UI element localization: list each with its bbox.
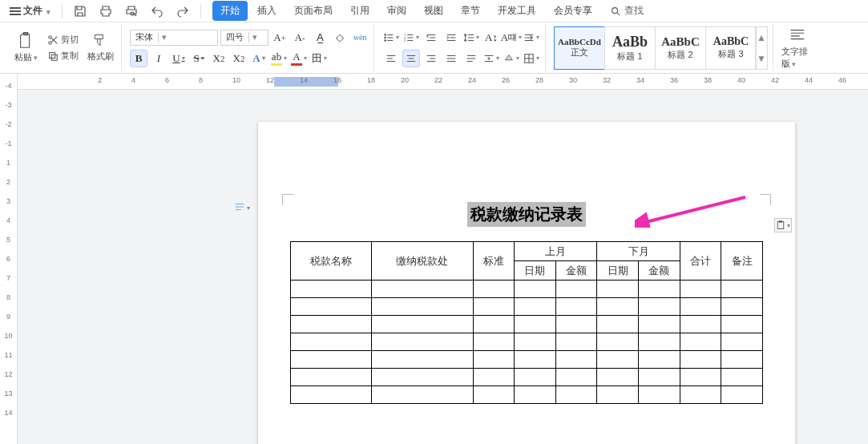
table-cell[interactable]: [597, 333, 639, 351]
table-cell[interactable]: [473, 386, 515, 404]
redo-button[interactable]: [172, 2, 194, 20]
table-cell[interactable]: [291, 281, 372, 298]
strike-button[interactable]: S: [190, 50, 208, 67]
change-case-button[interactable]: A̲: [311, 29, 329, 46]
text-effects-button[interactable]: A: [250, 50, 268, 67]
save-button[interactable]: [69, 2, 91, 20]
table-cell[interactable]: [721, 298, 763, 316]
table-cell[interactable]: [680, 316, 721, 333]
table-cell[interactable]: [473, 369, 515, 386]
align-justify-button[interactable]: [442, 50, 460, 67]
table-cell[interactable]: [555, 386, 597, 404]
bold-button[interactable]: B: [130, 50, 147, 67]
paragraph-layout-badge[interactable]: [234, 202, 250, 213]
search-button[interactable]: 查找: [610, 4, 644, 18]
table-cell[interactable]: [597, 281, 639, 298]
tax-record-table[interactable]: 税款名称 缴纳税款处 标准 上月 下月 合计 备注 日期 金额: [290, 241, 763, 404]
increase-indent-button[interactable]: [442, 29, 460, 46]
th-last-amount[interactable]: 金额: [555, 261, 597, 281]
table-cell[interactable]: [639, 298, 680, 316]
file-menu[interactable]: 文件: [5, 2, 55, 20]
th-tax-name[interactable]: 税款名称: [291, 242, 372, 281]
text-typeset-button[interactable]: 文字排版: [781, 26, 813, 70]
tab-review[interactable]: 审阅: [379, 1, 414, 21]
table-cell[interactable]: [639, 386, 680, 404]
tab-member[interactable]: 会员专享: [546, 1, 600, 21]
th-next-date[interactable]: 日期: [597, 261, 639, 281]
font-name-combo[interactable]: 宋体▾: [130, 30, 218, 46]
table-cell[interactable]: [515, 316, 556, 333]
table-row[interactable]: [291, 386, 763, 404]
table-cell[interactable]: [721, 281, 763, 298]
font-size-combo[interactable]: 四号▾: [220, 30, 268, 46]
table-cell[interactable]: [680, 351, 721, 369]
char-rtl-button[interactable]: A↕: [482, 29, 500, 46]
document-canvas[interactable]: 税款缴纳记录表 税款名称 缴纳税款处: [18, 90, 868, 444]
decrease-indent-button[interactable]: [422, 29, 440, 46]
table-cell[interactable]: [372, 333, 473, 351]
table-cell[interactable]: [291, 298, 372, 316]
table-cell[interactable]: [473, 333, 515, 351]
table-cell[interactable]: [597, 298, 639, 316]
tab-insert[interactable]: 插入: [249, 1, 285, 21]
table-cell[interactable]: [473, 298, 515, 316]
table-cell[interactable]: [372, 298, 473, 316]
numbered-button[interactable]: 123: [402, 29, 420, 46]
tab-section[interactable]: 章节: [453, 1, 488, 21]
shading-button[interactable]: [503, 50, 520, 67]
table-cell[interactable]: [721, 369, 763, 386]
table-cell[interactable]: [555, 333, 597, 351]
table-cell[interactable]: [721, 351, 763, 369]
table-cell[interactable]: [515, 298, 556, 316]
tab-dev[interactable]: 开发工具: [490, 1, 544, 21]
table-row[interactable]: [291, 369, 763, 386]
tab-reference[interactable]: 引用: [342, 1, 377, 21]
align-left-button[interactable]: [382, 50, 400, 67]
table-cell[interactable]: [639, 351, 680, 369]
table-cell[interactable]: [291, 316, 372, 333]
table-cell[interactable]: [680, 298, 721, 316]
tab-start[interactable]: 开始: [212, 1, 248, 21]
copy-button[interactable]: 复制: [45, 49, 81, 63]
phonetic-button[interactable]: wén: [351, 29, 369, 46]
table-cell[interactable]: [372, 386, 473, 404]
table-cell[interactable]: [597, 316, 639, 333]
format-painter-button[interactable]: 格式刷: [84, 26, 116, 70]
table-row[interactable]: [291, 333, 763, 351]
print-preview-button[interactable]: [120, 2, 143, 20]
vertical-ruler[interactable]: -4-3-2-11234567891011121314: [0, 74, 18, 444]
style-h1[interactable]: AaBb标题 1: [604, 26, 656, 70]
align-right-button[interactable]: [422, 50, 440, 67]
highlight-button[interactable]: ab: [270, 50, 288, 67]
table-cell[interactable]: [597, 386, 639, 404]
table-cell[interactable]: [515, 281, 556, 298]
spacing-button[interactable]: [462, 29, 480, 46]
table-cell[interactable]: [515, 351, 556, 369]
table-cell[interactable]: [555, 351, 597, 369]
table-cell[interactable]: [639, 281, 680, 298]
paragraph-indent-button[interactable]: [482, 50, 500, 67]
bullets-button[interactable]: [382, 29, 400, 46]
table-cell[interactable]: [291, 351, 372, 369]
align-center-button[interactable]: [402, 50, 420, 67]
italic-button[interactable]: I: [150, 50, 168, 67]
th-next-month[interactable]: 下月: [597, 242, 680, 261]
table-cell[interactable]: [473, 281, 515, 298]
table-cell[interactable]: [291, 333, 372, 351]
style-gallery-up[interactable]: ▲: [756, 27, 767, 48]
print-button[interactable]: [95, 2, 117, 20]
grow-font-button[interactable]: A+: [271, 29, 289, 46]
table-cell[interactable]: [680, 386, 721, 404]
borders-button[interactable]: [523, 50, 540, 67]
table-cell[interactable]: [680, 369, 721, 386]
table-cell[interactable]: [291, 386, 372, 404]
table-cell[interactable]: [555, 316, 597, 333]
table-row[interactable]: [291, 298, 763, 316]
style-h3[interactable]: AaBbC标题 3: [705, 26, 757, 70]
table-cell[interactable]: [721, 333, 763, 351]
underline-button[interactable]: U: [170, 50, 188, 67]
document-title[interactable]: 税款缴纳记录表: [467, 202, 586, 227]
table-cell[interactable]: [680, 281, 721, 298]
th-next-amount[interactable]: 金额: [639, 261, 680, 281]
undo-button[interactable]: [146, 2, 168, 20]
